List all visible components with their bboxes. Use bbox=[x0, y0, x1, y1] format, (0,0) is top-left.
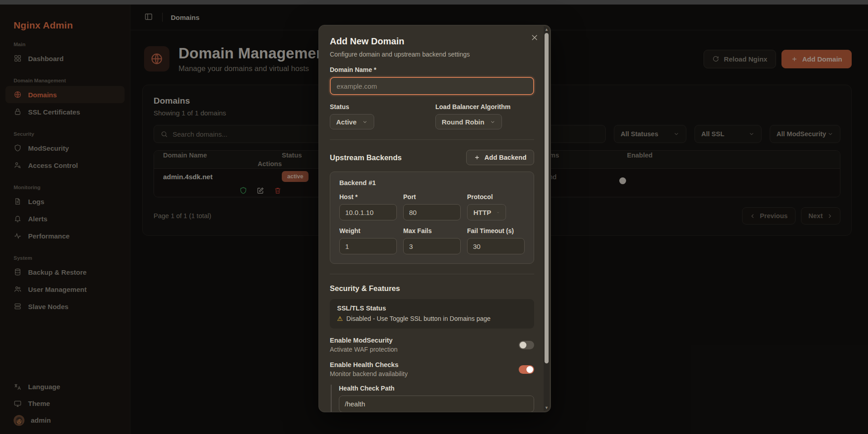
host-input[interactable] bbox=[339, 204, 397, 220]
max-fails-field: Max Fails bbox=[403, 220, 461, 254]
algorithm-select[interactable]: Round Robin bbox=[435, 114, 502, 129]
backend-card: Backend #1 Host * Port Protocol HTTP bbox=[330, 172, 534, 264]
backend-grid-row2: Weight Max Fails Fail Timeout (s) bbox=[339, 220, 525, 254]
modsecurity-toggle[interactable] bbox=[519, 341, 534, 349]
health-check-settings: Health Check Path Interval (seconds) Tim… bbox=[331, 385, 534, 412]
fail-timeout-field: Fail Timeout (s) bbox=[467, 220, 525, 254]
add-backend-button[interactable]: Add Backend bbox=[466, 150, 534, 165]
ssl-status-title: SSL/TLS Status bbox=[337, 305, 527, 312]
plus-icon bbox=[474, 154, 480, 161]
section-divider bbox=[330, 274, 534, 274]
section-divider bbox=[330, 139, 534, 140]
add-backend-label: Add Backend bbox=[484, 154, 526, 161]
scroll-up-arrow[interactable]: ▲ bbox=[544, 27, 550, 32]
close-icon bbox=[530, 33, 539, 42]
domain-name-input[interactable] bbox=[330, 77, 534, 95]
chevron-down-icon bbox=[362, 119, 368, 125]
ssl-status-message-row: ⚠ Disabled - Use Toggle SSL button in Do… bbox=[337, 315, 527, 322]
weight-field: Weight bbox=[339, 220, 397, 254]
health-checks-texts: Enable Health Checks Monitor backend ava… bbox=[330, 361, 408, 377]
status-select[interactable]: Active bbox=[330, 114, 374, 129]
fail-timeout-label: Fail Timeout (s) bbox=[467, 227, 525, 234]
modsecurity-texts: Enable ModSecurity Activate WAF protecti… bbox=[330, 337, 398, 353]
modsecurity-title: Enable ModSecurity bbox=[330, 337, 398, 344]
backends-header: Upstream Backends Add Backend bbox=[330, 150, 534, 165]
health-checks-toggle-row: Enable Health Checks Monitor backend ava… bbox=[330, 361, 534, 377]
backends-heading: Upstream Backends bbox=[330, 153, 402, 162]
close-modal-button[interactable] bbox=[530, 33, 540, 43]
toggle-knob bbox=[526, 366, 533, 373]
health-checks-subtitle: Monitor backend availability bbox=[330, 370, 408, 377]
modal-scrollbar[interactable]: ▲ ▼ bbox=[544, 26, 550, 411]
port-field: Port bbox=[403, 186, 461, 220]
backend-title: Backend #1 bbox=[339, 179, 525, 186]
status-field: Status Active bbox=[330, 103, 435, 129]
protocol-field: Protocol HTTP bbox=[467, 186, 525, 220]
status-value: Active bbox=[336, 118, 357, 126]
health-checks-toggle[interactable] bbox=[519, 365, 534, 374]
add-domain-modal: Add New Domain Configure domain and upst… bbox=[318, 25, 551, 412]
warning-icon: ⚠ bbox=[337, 315, 343, 322]
toggle-knob bbox=[520, 342, 526, 348]
window-top-strip bbox=[0, 0, 868, 5]
max-fails-input[interactable] bbox=[403, 238, 461, 254]
algorithm-label: Load Balancer Algorithm bbox=[435, 103, 534, 110]
host-field: Host * bbox=[339, 186, 397, 220]
backend-grid-row1: Host * Port Protocol HTTP bbox=[339, 186, 525, 220]
scroll-down-arrow[interactable]: ▼ bbox=[544, 405, 550, 410]
security-heading: Security & Features bbox=[330, 284, 534, 293]
port-input[interactable] bbox=[403, 204, 461, 220]
host-label: Host * bbox=[339, 193, 397, 200]
weight-label: Weight bbox=[339, 227, 397, 234]
ssl-status-message: Disabled - Use Toggle SSL button in Doma… bbox=[347, 315, 491, 322]
domain-name-label: Domain Name * bbox=[330, 66, 534, 73]
weight-input[interactable] bbox=[339, 238, 397, 254]
status-label: Status bbox=[330, 103, 435, 110]
protocol-label: Protocol bbox=[467, 193, 525, 200]
protocol-select[interactable]: HTTP bbox=[467, 204, 506, 220]
algorithm-value: Round Robin bbox=[442, 118, 484, 126]
modal-title: Add New Domain bbox=[330, 36, 534, 47]
chevron-down-icon bbox=[497, 210, 500, 215]
status-algorithm-row: Status Active Load Balancer Algorithm Ro… bbox=[330, 103, 534, 129]
modsecurity-toggle-row: Enable ModSecurity Activate WAF protecti… bbox=[330, 337, 534, 353]
scrollbar-thumb[interactable] bbox=[545, 33, 549, 363]
modal-subtitle: Configure domain and upstream backend se… bbox=[330, 51, 534, 58]
port-label: Port bbox=[403, 193, 461, 200]
health-path-label: Health Check Path bbox=[339, 385, 534, 392]
chevron-down-icon bbox=[490, 119, 496, 125]
protocol-value: HTTP bbox=[473, 209, 491, 216]
ssl-status-box: SSL/TLS Status ⚠ Disabled - Use Toggle S… bbox=[330, 299, 534, 329]
fail-timeout-input[interactable] bbox=[467, 238, 525, 254]
health-checks-title: Enable Health Checks bbox=[330, 361, 408, 368]
max-fails-label: Max Fails bbox=[403, 227, 461, 234]
modsecurity-subtitle: Activate WAF protection bbox=[330, 346, 398, 353]
algorithm-field: Load Balancer Algorithm Round Robin bbox=[435, 103, 534, 129]
app-root: Nginx Admin Main Dashboard Domain Manage… bbox=[0, 0, 868, 434]
health-path-input[interactable] bbox=[339, 396, 534, 412]
